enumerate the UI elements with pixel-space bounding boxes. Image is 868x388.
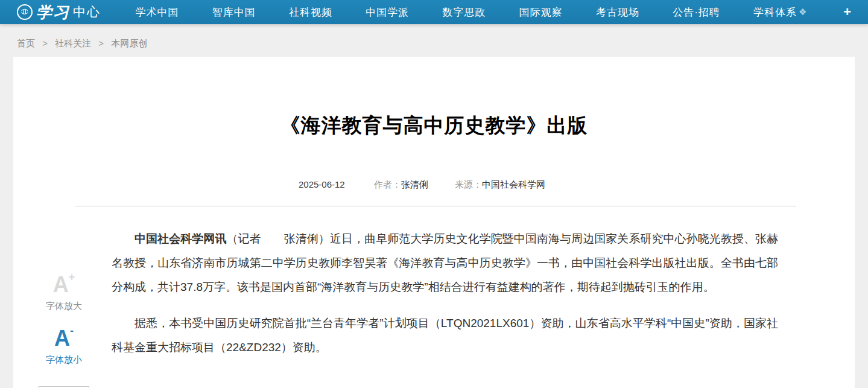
nav-menu: 学术中国 智库中国 社科视频 中国学派 数字思政 国际观察 考古现场 公告·招聘… <box>101 5 842 19</box>
author-group: 作者：张清俐 <box>374 179 428 189</box>
source-label: 来源： <box>455 179 482 189</box>
top-nav: 学习 中心 学术中国 智库中国 社科视频 中国学派 数字思政 国际观察 考古现场… <box>0 0 868 24</box>
nav-item-guoji-guancha[interactable]: 国际观察 <box>519 5 563 19</box>
nav-item-zhiku-zhongguo[interactable]: 智库中国 <box>212 5 256 19</box>
breadcrumb-separator: > <box>42 38 48 48</box>
author-name: 张清俐 <box>401 179 428 189</box>
paragraph: 中国社会科学网讯（记者 张清俐）近日，曲阜师范大学历史文化学院暨中国南海与周边国… <box>112 227 778 299</box>
article-body: 中国社会科学网讯（记者 张清俐）近日，曲阜师范大学历史文化学院暨中国南海与周边国… <box>13 206 855 378</box>
paragraph: 据悉，本书受中国历史研究院首批“兰台青年学者”计划项目（LTQN2021LX60… <box>112 311 778 360</box>
nav-item-xueshu-zhongguo[interactable]: 学术中国 <box>136 5 179 19</box>
font-increase-icon: A+ <box>53 272 75 297</box>
source-group: 来源：中国社会科学网 <box>455 179 545 189</box>
source-name: 中国社会科学网 <box>482 179 545 189</box>
nav-item-xueke-tixi-label: 学科体系 <box>753 5 797 19</box>
nav-item-zhongguo-xuepai[interactable]: 中国学派 <box>366 5 409 19</box>
nav-item-gonggao-zhaopin[interactable]: 公告·招聘 <box>673 5 720 19</box>
breadcrumb: 首页 > 社科关注 > 本网原创 <box>0 24 868 57</box>
paragraph-text: 据悉，本书受中国历史研究院首批“兰台青年学者”计划项目（LTQN2021LX60… <box>112 317 778 354</box>
author-label: 作者： <box>374 179 401 189</box>
font-decrease-label: 字体放小 <box>35 354 93 366</box>
publish-date: 2025-06-12 <box>299 179 345 189</box>
brand-script-text: 学习 <box>36 4 70 20</box>
paragraph-lead: 中国社会科学网讯 <box>135 232 226 245</box>
article-card: 《海洋教育与高中历史教学》出版 2025-06-12 作者：张清俐 来源：中国社… <box>13 57 855 388</box>
font-increase-button[interactable]: A+ 字体放大 <box>35 274 93 312</box>
nav-item-kaogu-xianchang[interactable]: 考古现场 <box>596 5 639 19</box>
diamonds-icon: ❖ <box>799 7 807 17</box>
article-title: 《海洋教育与高中历史教学》出版 <box>13 57 855 139</box>
nav-item-shuzi-sizheng[interactable]: 数字思政 <box>442 5 486 19</box>
font-decrease-button[interactable]: A- 字体放小 <box>35 328 93 366</box>
nav-item-sheke-shipin[interactable]: 社科视频 <box>289 5 332 19</box>
article-meta: 2025-06-12 作者：张清俐 来源：中国社会科学网 <box>13 179 855 191</box>
seal-logo-icon <box>17 4 33 20</box>
font-increase-label: 字体放大 <box>35 301 93 312</box>
brand-suffix-text: 中心 <box>73 4 101 21</box>
nav-more-button[interactable]: + <box>842 5 852 19</box>
side-tools: A+ 字体放大 A- 字体放小 <box>35 274 93 388</box>
site-logo[interactable]: 学习 中心 <box>17 4 101 21</box>
breadcrumb-sheke-guanzhu[interactable]: 社科关注 <box>55 38 91 48</box>
font-decrease-icon: A- <box>54 326 74 351</box>
breadcrumb-separator: > <box>98 38 104 48</box>
breadcrumb-home[interactable]: 首页 <box>17 38 35 48</box>
breadcrumb-benwang-yuanchuang[interactable]: 本网原创 <box>111 38 147 48</box>
nav-item-xueke-tixi[interactable]: 学科体系 ❖ <box>753 5 807 19</box>
